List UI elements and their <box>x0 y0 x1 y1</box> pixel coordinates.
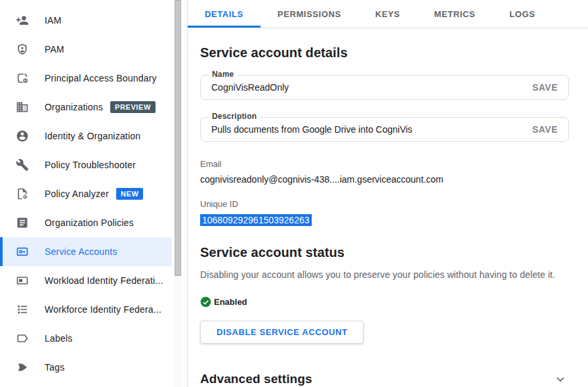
chevron-down-icon[interactable] <box>554 373 567 386</box>
sidebar-item-labels[interactable]: Labels <box>0 324 172 353</box>
email-label: Email <box>200 159 569 169</box>
tab-logs[interactable]: LOGS <box>492 0 552 28</box>
sidebar-item-pam[interactable]: PAM <box>0 35 172 64</box>
sidebar-item-iam[interactable]: IAM <box>0 6 172 35</box>
shield-person-icon <box>16 43 29 56</box>
status-row: Enabled <box>200 296 569 307</box>
preview-badge: PREVIEW <box>110 101 156 113</box>
advanced-settings-title: Advanced settings <box>200 371 312 387</box>
workforce-identity-icon <box>16 303 29 316</box>
description-field: Description Pulls documents from Google … <box>200 117 569 142</box>
unique-id-label: Unique ID <box>200 199 569 209</box>
advanced-settings-header[interactable]: Advanced settings <box>200 371 569 387</box>
wrench-icon <box>16 158 29 171</box>
tab-keys[interactable]: KEYS <box>358 0 417 28</box>
sidebar-item-organization-policies[interactable]: Organization Policies <box>0 208 172 237</box>
name-field-label: Name <box>209 70 237 79</box>
sidebar-item-label: Workload Identity Federati... <box>45 275 163 286</box>
workload-identity-icon <box>16 274 29 287</box>
name-save-button[interactable]: SAVE <box>532 82 558 93</box>
sidebar-item-label: Labels <box>45 333 72 344</box>
tab-details[interactable]: DETAILS <box>188 0 261 28</box>
service-accounts-icon <box>16 245 29 258</box>
page-title: Service account details <box>200 45 569 60</box>
sidebar-item-workforce-identity-federation[interactable]: Workforce Identity Federa... <box>0 295 172 324</box>
service-account-panel: DETAILS PERMISSIONS KEYS METRICS LOGS Se… <box>188 0 588 387</box>
tab-permissions[interactable]: PERMISSIONS <box>261 0 358 28</box>
sidebar-item-workload-identity-federation[interactable]: Workload Identity Federati... <box>0 266 172 295</box>
sidebar-item-label: Tags <box>45 362 64 373</box>
tab-metrics[interactable]: METRICS <box>417 0 493 28</box>
sidebar-item-policy-analyzer[interactable]: Policy Analyzer NEW <box>0 179 172 208</box>
sidebar-item-policy-troubleshooter[interactable]: Policy Troubleshooter <box>0 150 172 179</box>
status-section-title: Service account status <box>200 244 569 260</box>
sidebar-item-label: Organization Policies <box>45 217 134 228</box>
sidebar-item-label: PAM <box>45 44 64 55</box>
sidebar-item-label: Workforce Identity Federa... <box>45 304 161 315</box>
sidebar-item-tags[interactable]: Tags <box>0 353 172 382</box>
sidebar-scrollbar-thumb[interactable] <box>175 0 181 276</box>
identity-icon <box>16 129 29 143</box>
access-boundary-icon <box>16 72 29 85</box>
labels-icon <box>16 332 29 345</box>
sidebar-item-label: Policy Troubleshooter <box>45 160 136 170</box>
iam-sidebar: IAM PAM Principal Access Boundary Organi… <box>0 0 188 387</box>
status-badge: Enabled <box>214 297 247 307</box>
sidebar-scrollbar[interactable] <box>175 0 181 387</box>
unique-id-block: Unique ID 106809292961503926263 <box>200 199 569 226</box>
status-description: Disabling your account allows you to pre… <box>200 269 569 280</box>
sidebar-item-label: Policy Analyzer <box>45 189 109 199</box>
unique-id-value: 106809292961503926263 <box>200 214 312 226</box>
description-field-label: Description <box>209 112 260 121</box>
person-add-icon <box>16 14 29 27</box>
sidebar-item-label: Organizations <box>45 102 103 112</box>
sidebar-item-label: Principal Access Boundary <box>45 73 157 83</box>
app-window: IAM PAM Principal Access Boundary Organi… <box>0 0 588 387</box>
description-save-button[interactable]: SAVE <box>532 124 558 135</box>
sidebar-item-label: Identity & Organization <box>45 131 140 141</box>
org-policies-icon <box>16 216 29 229</box>
sidebar-item-label: IAM <box>45 15 62 26</box>
description-input[interactable]: Pulls documents from Google Drive into C… <box>211 124 532 135</box>
sidebar-item-principal-access-boundary[interactable]: Principal Access Boundary <box>0 64 172 93</box>
disable-service-account-button[interactable]: DISABLE SERVICE ACCOUNT <box>200 321 364 344</box>
policy-analyzer-icon <box>16 187 29 200</box>
details-content: Service account details Name CogniVisRea… <box>188 28 588 387</box>
tab-bar: DETAILS PERMISSIONS KEYS METRICS LOGS <box>188 0 588 28</box>
sidebar-item-label: Service Accounts <box>45 246 117 257</box>
email-value: cognivisreadonly@cognivis-438....iam.gse… <box>200 174 569 185</box>
tags-icon <box>16 361 29 374</box>
email-block: Email cognivisreadonly@cognivis-438....i… <box>200 159 569 185</box>
sidebar-item-organizations[interactable]: Organizations PREVIEW <box>0 93 172 122</box>
sidebar-item-identity-organization[interactable]: Identity & Organization <box>0 122 172 150</box>
sidebar-item-service-accounts[interactable]: Service Accounts <box>0 237 172 266</box>
name-field: Name CogniVisReadOnly SAVE <box>200 75 569 100</box>
name-input[interactable]: CogniVisReadOnly <box>211 82 532 93</box>
organizations-icon <box>16 101 29 114</box>
check-circle-icon <box>200 296 211 307</box>
new-badge: NEW <box>116 188 143 200</box>
